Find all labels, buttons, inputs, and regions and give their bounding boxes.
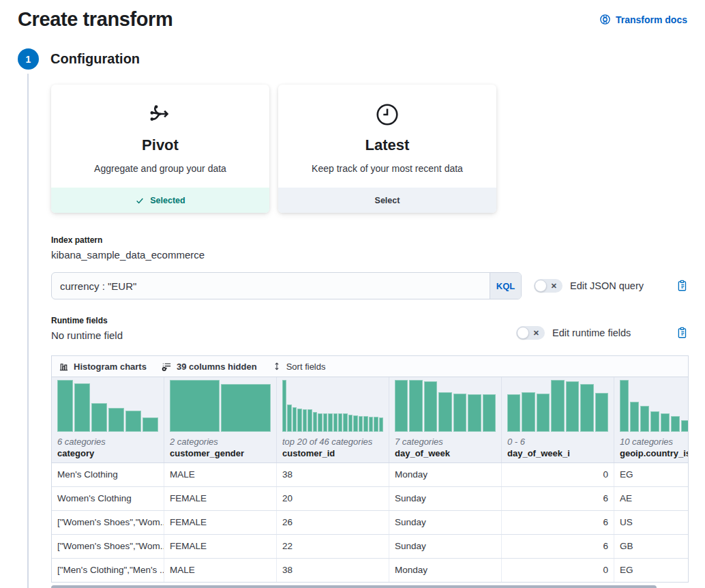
columns-hidden-button[interactable]: 39 columns hidden (162, 362, 257, 372)
column-caption: 6 categories (57, 437, 158, 447)
table-cell-day_of_week[interactable]: Sunday (389, 511, 502, 534)
table-cell-day_of_week[interactable]: Monday (389, 559, 502, 582)
edit-json-query-label: Edit JSON query (570, 280, 644, 291)
table-cell-day_of_week_i[interactable]: 6 (502, 487, 614, 510)
histogram-bar (313, 412, 317, 432)
column-caption: 0 - 6 (507, 437, 608, 447)
histogram-customer_id (282, 380, 383, 432)
sort-arrows-icon (272, 362, 282, 371)
switch-knob (535, 280, 547, 292)
table-cell-customer_gender[interactable]: FEMALE (164, 511, 277, 534)
switch-off-icon: ✕ (551, 281, 557, 291)
column-header-geoip.country_iso_code[interactable]: 10 categoriesgeoip.country_iso_code (614, 377, 689, 462)
table-cell-day_of_week_i[interactable]: 6 (502, 535, 614, 558)
aggregate-icon (51, 101, 269, 128)
histogram-bar (108, 408, 124, 432)
sort-fields-button[interactable]: Sort fields (272, 362, 326, 372)
runtime-fields-value: No runtime field (51, 329, 516, 341)
histogram-bar (292, 407, 297, 432)
table-cell-geoip.country_iso_code[interactable]: AE (614, 487, 689, 510)
histogram-bar (333, 413, 338, 432)
histogram-bar (348, 415, 352, 432)
latest-footer-label: Select (375, 196, 400, 205)
table-cell-category[interactable]: Men's Clothing (52, 463, 164, 486)
copy-json-query-button[interactable] (676, 280, 689, 292)
histogram-bar (323, 413, 327, 432)
table-cell-customer_gender[interactable]: MALE (164, 559, 277, 582)
column-header-day_of_week[interactable]: 7 categoriesday_of_week (389, 377, 502, 462)
column-header-customer_gender[interactable]: 2 categoriescustomer_gender (164, 377, 277, 462)
histogram-bar (287, 405, 291, 432)
pivot-card[interactable]: Pivot Aggregate and group your data Sele… (51, 85, 269, 213)
histogram-bar (125, 411, 141, 432)
table-cell-customer_id[interactable]: 20 (277, 487, 389, 510)
runtime-fields-row: Runtime fields No runtime field ✕ Edit r… (51, 316, 689, 341)
histogram-charts-label: Histogram charts (74, 362, 147, 372)
table-cell-customer_gender[interactable]: MALE (164, 463, 277, 486)
table-cell-category[interactable]: ["Men's Clothing","Men's ... (52, 559, 164, 582)
table-cell-geoip.country_iso_code[interactable]: EG (614, 559, 689, 582)
histogram-bar (483, 394, 496, 432)
histogram-bar (537, 394, 550, 432)
histogram-category (57, 380, 158, 432)
histogram-bar (359, 416, 363, 432)
table-cell-category[interactable]: Women's Clothing (52, 487, 164, 510)
table-cell-geoip.country_iso_code[interactable]: EG (614, 463, 689, 486)
create-transform-page: Create transform Transform docs 1 Config… (0, 0, 705, 588)
table-cell-customer_id[interactable]: 26 (277, 511, 389, 534)
transform-docs-link[interactable]: Transform docs (599, 14, 687, 25)
table-cell-geoip.country_iso_code[interactable]: GB (614, 535, 689, 558)
page-header: Create transform Transform docs (0, 0, 705, 31)
table-cell-day_of_week[interactable]: Monday (389, 463, 502, 486)
table-cell-customer_gender[interactable]: FEMALE (164, 535, 277, 558)
index-pattern-label: Index pattern (51, 235, 689, 245)
pivot-card-description: Aggregate and group your data (51, 163, 269, 174)
table-cell-day_of_week_i[interactable]: 0 (502, 463, 614, 486)
preview-data-grid: Histogram charts 39 columns hidden (51, 355, 689, 583)
histogram-bar (468, 394, 481, 432)
table-cell-category[interactable]: ["Women's Shoes","Wom... (52, 535, 164, 558)
column-header-day_of_week_i[interactable]: 0 - 6day_of_week_i (502, 377, 614, 462)
horizontal-scrollbar-thumb[interactable] (51, 585, 657, 588)
query-input[interactable] (52, 273, 490, 299)
grid-body: Men's ClothingMALE38Monday0EGWomen's Clo… (52, 463, 689, 582)
column-header-category[interactable]: 6 categoriescategory (52, 377, 164, 462)
latest-select-button[interactable]: Select (278, 188, 496, 213)
histogram-bar (374, 417, 378, 432)
column-caption: 7 categories (395, 437, 496, 447)
histogram-bar (424, 381, 437, 432)
table-cell-day_of_week_i[interactable]: 6 (502, 511, 614, 534)
pivot-selected-button[interactable]: Selected (51, 188, 269, 213)
copy-runtime-fields-button[interactable] (676, 327, 689, 339)
latest-card[interactable]: Latest Keep track of your most recent da… (278, 85, 496, 213)
histogram-icon (59, 362, 69, 372)
histogram-bar (338, 413, 342, 432)
column-header-customer_id[interactable]: top 20 of 46 categoriescustomer_id (277, 377, 389, 462)
histogram-bar (369, 417, 373, 432)
table-cell-customer_gender[interactable]: FEMALE (164, 487, 277, 510)
table-cell-customer_id[interactable]: 38 (277, 559, 389, 582)
table-cell-day_of_week_i[interactable]: 0 (502, 559, 614, 582)
table-cell-customer_id[interactable]: 22 (277, 535, 389, 558)
table-cell-category[interactable]: ["Women's Shoes","Wom... (52, 511, 164, 534)
histogram-bar (551, 380, 564, 432)
query-language-button[interactable]: KQL (490, 273, 521, 299)
histogram-bar (580, 384, 593, 432)
histogram-bar (91, 403, 107, 432)
edit-json-query-switch[interactable]: ✕ (534, 279, 562, 293)
histogram-bar (318, 413, 322, 432)
clipboard-copy-icon (676, 280, 689, 292)
clock-icon (278, 101, 496, 128)
histogram-bar (170, 380, 220, 432)
column-name: day_of_week (395, 448, 496, 458)
table-cell-day_of_week[interactable]: Sunday (389, 535, 502, 558)
table-row: Men's ClothingMALE38Monday0EG (52, 463, 689, 487)
table-cell-customer_id[interactable]: 38 (277, 463, 389, 486)
table-cell-geoip.country_iso_code[interactable]: US (614, 511, 689, 534)
edit-runtime-fields-switch[interactable]: ✕ (516, 326, 545, 340)
table-cell-day_of_week[interactable]: Sunday (389, 487, 502, 510)
histogram-bar (303, 409, 307, 432)
histogram-charts-button[interactable]: Histogram charts (59, 362, 147, 372)
page-title: Create transform (18, 8, 172, 31)
histogram-bar (507, 394, 520, 432)
